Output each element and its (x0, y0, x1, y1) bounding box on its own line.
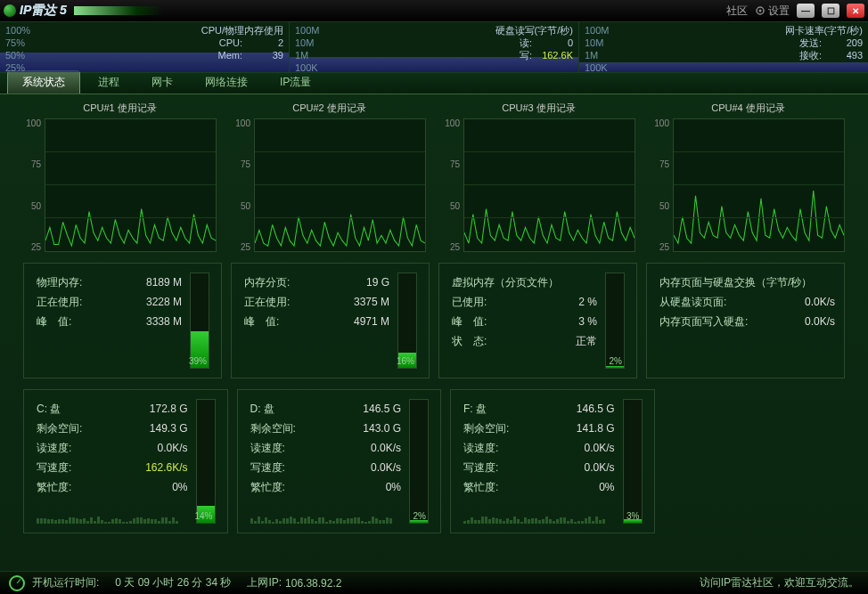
row-key: 繁忙度: (250, 477, 285, 497)
row-key: 虚拟内存（分页文件） (452, 273, 559, 292)
disk-panels-row: C: 盘172.8 G剩余空间:149.3 G读速度:0.0K/s写速度:162… (23, 389, 845, 533)
cpu-charts-row: CPU#1 使用记录100755025CPU#2 使用记录100755025CP… (23, 102, 845, 252)
maximize-button[interactable]: ☐ (822, 4, 839, 18)
y-tick: 100 (651, 118, 669, 128)
cpu-mem-summary[interactable]: 100%CPU/物理内存使用75%CPU:250%Mem:3925% (0, 22, 290, 72)
y-tick: 75 (233, 159, 250, 169)
y-tick: 75 (442, 159, 460, 169)
row-key: 状 态: (452, 331, 487, 351)
row-value: 0.0K/s (371, 438, 401, 458)
y-tick: 25 (651, 242, 669, 252)
row-value: 146.5 G (363, 399, 401, 419)
disk-io-summary[interactable]: 100M硬盘读写(字节/秒)10M读:01M写:162.6K100K (290, 22, 579, 72)
svg-point-1 (758, 10, 761, 12)
usage-bar: 2% (409, 399, 429, 524)
y-tick: 25 (23, 242, 41, 252)
cpu-plot (45, 118, 217, 252)
titlebar: IP雷达 5 社区 设置 — ☐ ✕ (0, 0, 868, 21)
title-decoration (74, 6, 163, 15)
row-value: 2 % (578, 292, 597, 312)
y-tick: 50 (233, 201, 250, 211)
row-value: 0.0K/s (805, 292, 835, 312)
y-tick: 75 (23, 159, 41, 169)
net-summary[interactable]: 100M网卡速率(字节/秒)10M发送:2091M接收:493100K (579, 22, 868, 72)
row-value: 0.0K/s (157, 438, 187, 458)
row-value: 0% (386, 477, 401, 497)
footer-text[interactable]: 访问IP雷达社区，欢迎互动交流。 (700, 575, 859, 590)
scale-label: 1M (585, 49, 598, 61)
scale-label: 50% (5, 49, 25, 61)
physical-memory-panel: 物理内存:8189 M正在使用:3228 M峰 值:3338 M39% (23, 263, 222, 378)
stat-value: 0 (537, 37, 573, 49)
row-value: 0.0K/s (805, 312, 835, 331)
usage-bar: 16% (397, 273, 417, 369)
tab-0[interactable]: 系统状态 (7, 70, 80, 94)
y-tick: 25 (233, 242, 250, 252)
row-key: 内存页面与硬盘交换（字节/秒） (659, 273, 812, 292)
y-tick: 50 (23, 201, 41, 211)
uptime-label: 开机运行时间: (32, 575, 99, 590)
panel-title: 硬盘读写(字节/秒) (495, 24, 573, 37)
usage-bar: 14% (196, 399, 216, 524)
virtual-memory-panel: 虚拟内存（分页文件）已使用:2 %峰 值:3 %状 态:正常2% (438, 263, 637, 378)
row-value: 0.0K/s (584, 458, 614, 477)
row-value: 3228 M (146, 292, 182, 312)
tab-1[interactable]: 进程 (84, 71, 134, 94)
tab-2[interactable]: 网卡 (137, 71, 187, 94)
close-button[interactable]: ✕ (847, 4, 864, 18)
stat-key: Mem: (218, 49, 243, 61)
y-tick: 100 (442, 118, 460, 128)
panel-title: 网卡速率(字节/秒) (785, 24, 863, 37)
row-value: 0.0K/s (371, 458, 401, 477)
disk-f-panel: F: 盘146.5 G剩余空间:141.8 G读速度:0.0K/s写速度:0.0… (450, 389, 655, 533)
uptime-value: 0 天 09 小时 26 分 34 秒 (115, 575, 231, 590)
row-value: 143.0 G (363, 419, 401, 438)
row-value: 0% (599, 477, 614, 497)
usage-bar: 2% (605, 273, 625, 369)
y-tick: 100 (23, 118, 41, 128)
row-key: 内存分页: (244, 273, 290, 292)
top-summary-panels: 100%CPU/物理内存使用75%CPU:250%Mem:3925% 100M硬… (0, 21, 868, 73)
scale-label: 100M (295, 24, 320, 37)
sparkbar (463, 502, 615, 524)
y-tick: 100 (233, 118, 250, 128)
usage-bar: 39% (190, 273, 209, 369)
stat-key: 写: (520, 49, 532, 61)
tab-3[interactable]: 网络连接 (191, 71, 262, 94)
row-key: 写速度: (37, 458, 71, 477)
row-key: F: 盘 (463, 399, 487, 419)
scale-label: 100K (295, 61, 318, 72)
y-tick: 50 (442, 201, 460, 211)
cpu-chart-3: CPU#3 使用记录100755025 (442, 102, 635, 252)
row-key: 内存页面写入硬盘: (659, 312, 748, 331)
community-link[interactable]: 社区 (726, 4, 748, 19)
row-key: 读速度: (250, 438, 285, 458)
row-key: 读速度: (37, 438, 71, 458)
tab-4[interactable]: IP流量 (266, 71, 325, 94)
ip-value: 106.38.92.2 (285, 577, 341, 590)
cpu-chart-4: CPU#4 使用记录100755025 (651, 102, 845, 252)
cpu-chart-2: CPU#2 使用记录100755025 (233, 102, 426, 252)
panel-title: CPU/物理内存使用 (201, 24, 283, 37)
row-value: 0% (172, 477, 187, 497)
disk-c-panel: C: 盘172.8 G剩余空间:149.3 G读速度:0.0K/s写速度:162… (23, 389, 228, 533)
ip-label: 上网IP: (247, 575, 282, 590)
disk-d-panel: D: 盘146.5 G剩余空间:143.0 G读速度:0.0K/s写速度:0.0… (237, 389, 442, 533)
scale-label: 75% (5, 37, 25, 49)
cpu-chart-title: CPU#4 使用记录 (651, 102, 845, 115)
stat-value: 2 (248, 37, 283, 49)
row-value: 141.8 G (577, 419, 615, 438)
settings-link[interactable]: 设置 (755, 4, 790, 19)
y-tick: 50 (651, 201, 669, 211)
row-key: 剩余空间: (37, 419, 82, 438)
row-key: 剩余空间: (250, 419, 296, 438)
sparkbar (37, 502, 188, 524)
cpu-chart-title: CPU#2 使用记录 (233, 102, 426, 115)
disk-spacer (664, 389, 846, 533)
main-content: CPU#1 使用记录100755025CPU#2 使用记录100755025CP… (0, 94, 868, 571)
usage-pct: 2% (414, 511, 426, 521)
row-key: D: 盘 (250, 399, 274, 419)
stat-value: 162.6K (537, 49, 573, 61)
minimize-button[interactable]: — (797, 4, 815, 18)
sparkbar (250, 502, 402, 524)
